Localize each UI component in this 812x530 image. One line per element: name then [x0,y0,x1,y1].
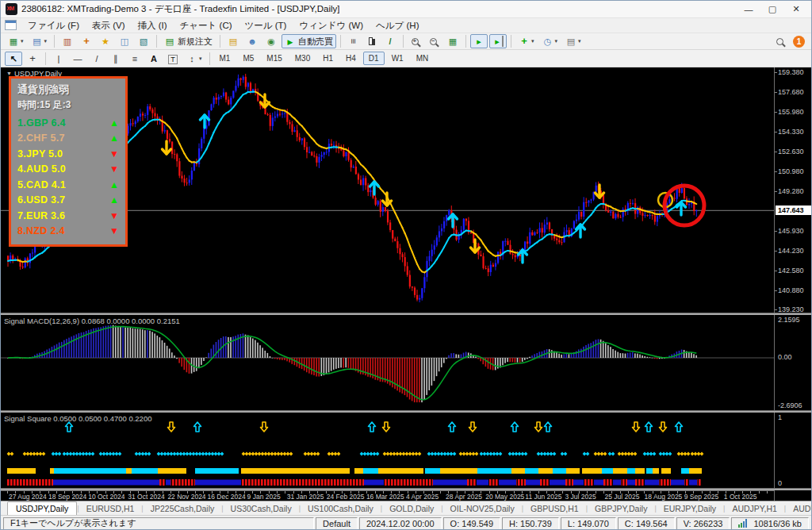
timeframe-mn-button[interactable]: MN [411,52,435,65]
timeframe-w1-button[interactable]: W1 [386,52,409,65]
macd-chart[interactable] [1,315,774,410]
strength-row-label: 4.AUD 5.0 [17,163,66,175]
community-button[interactable] [243,34,261,48]
menu-item[interactable]: 表示 (V) [86,18,132,33]
timeframe-m30-button[interactable]: M30 [289,52,316,65]
chart-shift-button[interactable] [489,34,507,48]
square-axis-max: 1 [778,413,782,421]
chart-shift-icon [492,36,504,47]
strength-row-label: 1.GBP 6.4 [17,117,66,129]
profiles-button[interactable]: ▾ [29,34,51,48]
docs-button[interactable] [224,34,242,48]
tab-gbpusd-h1[interactable]: GBPUSD,H1 [523,503,586,514]
tab-eurjpy-daily[interactable]: EURJPY,Daily [657,503,723,514]
zoom-out-button[interactable] [426,34,442,48]
timeframe-m5-button[interactable]: M5 [237,52,259,65]
website-button[interactable] [262,34,280,48]
minimize-button[interactable]: — [737,2,760,17]
price-axis-label: 149.280 [778,187,804,195]
auto-trading-icon [285,36,296,47]
menu-item[interactable]: ヘルプ (H) [370,18,425,33]
timeframe-m15-button[interactable]: M15 [261,52,287,65]
toolbar-separator [340,35,341,48]
templates-button[interactable]: ▾ [562,34,584,48]
toolbar-separator [220,35,220,48]
macd-axis[interactable]: 2.1595 0.00 -2.6906 [774,315,812,410]
trendline-button[interactable] [88,52,105,66]
navigator-button[interactable] [97,34,114,48]
timeframe-d1-button[interactable]: D1 [363,52,385,65]
signal-square-axis[interactable]: 1 0 [774,413,812,488]
tab-audjpy-h1[interactable]: AUDJPY,H1 [725,503,783,514]
tab-gbpjpy-daily[interactable]: GBPJPY,Daily [588,503,654,514]
auto-scroll-button[interactable] [470,34,488,48]
tab-us100cash-daily[interactable]: US100Cash,Daily [301,503,381,514]
terminal-button[interactable] [116,34,133,48]
label-button[interactable] [164,52,182,66]
status-profile[interactable]: Default [316,517,358,530]
strategy-tester-button[interactable] [135,34,152,48]
zoom-in-button[interactable] [408,34,424,48]
indicators-button[interactable]: ▾ [515,34,538,48]
tab-gold-daily[interactable]: GOLD,Daily [382,503,441,514]
maximize-button[interactable]: ▢ [760,2,784,17]
channel-button[interactable] [107,52,124,66]
notification-badge[interactable]: 1 [793,36,805,48]
strength-row: 3.JPY 5.0▼ [17,146,119,162]
label-icon [167,53,178,64]
tab-us30cash-daily[interactable]: US30Cash,Daily [224,503,299,514]
search-button[interactable] [772,34,789,48]
menu-item[interactable]: ファイル (F) [21,18,86,33]
vertical-line-button[interactable] [50,52,67,66]
shapes-button[interactable]: ▾ [183,52,205,66]
market-watch-button[interactable] [59,34,76,48]
trendline-icon [91,53,102,64]
timeframe-h4-button[interactable]: H4 [340,52,362,65]
menu-item[interactable]: ツール (T) [239,18,293,33]
auto-trading-button[interactable]: 自動売買 [282,34,336,48]
menu-item[interactable]: ウィンドウ (W) [293,18,370,33]
menu-item[interactable]: チャート (C) [174,18,239,33]
tab-oil-nov25-daily[interactable]: OIL-NOV25,Daily [443,503,522,514]
horizontal-line-icon [72,53,83,64]
macd-panel[interactable]: Signal MACD(12,26,9) 0.0868 0.0000 0.000… [1,315,774,410]
fibonacci-button[interactable] [126,52,144,66]
crosshair-button[interactable] [24,52,41,66]
macd-axis-zero: 0.00 [778,353,792,361]
tab-usdjpy-daily[interactable]: USDJPY,Daily [7,501,77,515]
status-high: H: 150.739 [502,517,559,530]
chart-menu-icon[interactable] [5,20,17,30]
periods-button[interactable]: ▾ [539,34,561,48]
bar-chart-button[interactable] [345,34,362,48]
tab-eurusd-h1[interactable]: EURUSD,H1 [79,503,142,514]
main-chart-panel[interactable]: ▼ USDJPY,Daily 通貨別強弱 時間:15 足:3 1.GBP 6.4… [1,67,774,313]
line-chart-button[interactable] [381,34,399,48]
horizontal-line-button[interactable] [69,52,86,66]
data-window-button[interactable] [78,34,95,48]
cursor-button[interactable] [5,52,22,66]
candlestick-chart-button[interactable] [364,34,380,48]
new-chart-button[interactable]: ▾ [5,34,27,48]
main-price-axis[interactable]: 147.643 159.380157.680155.980154.330152.… [774,67,812,313]
window-controls: — ▢ ✕ [737,2,808,17]
date-axis-label: 27 Aug 2024 [9,493,47,501]
close-button[interactable]: ✕ [784,2,808,17]
date-axis-label: 24 Feb 2025 [327,493,365,501]
timeframe-m1-button[interactable]: M1 [214,52,236,65]
date-axis[interactable]: 27 Aug 202418 Sep 202410 Oct 202431 Oct … [1,490,774,501]
signal-square-panel[interactable]: Signal Square 0.0500 0.0500 0.4700 0.220… [1,413,774,488]
tab-jp225cash-daily[interactable]: JP225Cash,Daily [144,503,222,514]
strength-row: 5.CAD 4.1▲ [17,177,119,193]
signal-square-label: Signal Square 0.0500 0.0500 0.4700 0.220… [4,414,151,423]
tab-audusd-h1[interactable]: AUDUSD,H1 [786,503,811,514]
tile-windows-button[interactable] [444,34,462,48]
date-tick [562,491,563,494]
signal-square-chart[interactable] [1,413,774,488]
text-button[interactable] [145,52,163,66]
connection-signal-icon [738,519,749,528]
menu-item[interactable]: 挿入 (I) [132,18,174,33]
indicators-icon [519,36,530,47]
new-order-button[interactable]: 新規注文 [161,34,216,48]
timeframe-h1-button[interactable]: H1 [317,52,339,65]
date-tick [285,491,285,494]
